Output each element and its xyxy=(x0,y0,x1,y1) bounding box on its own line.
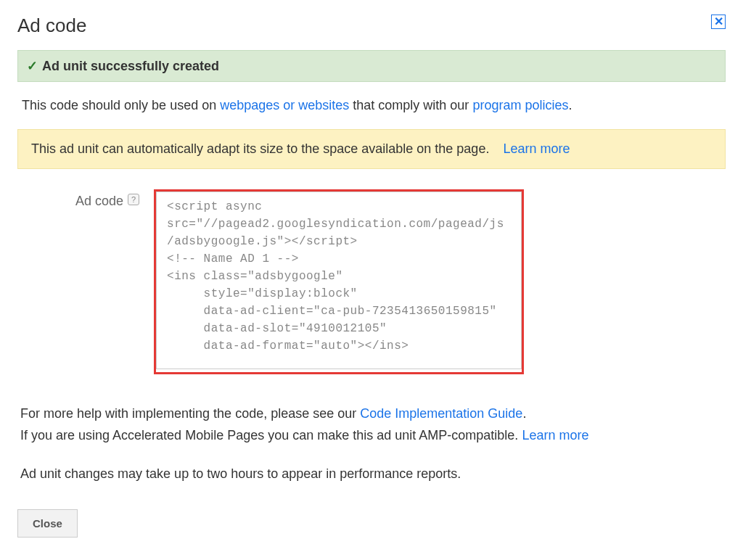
implementation-help: For more help with implementing the code… xyxy=(17,403,726,446)
dialog-title: Ad code xyxy=(17,15,86,37)
close-button[interactable]: Close xyxy=(17,509,78,538)
success-banner: ✓ Ad unit successfully created xyxy=(17,50,726,82)
ad-code-label: Ad code xyxy=(75,194,123,209)
intro-text: This code should only be used on webpage… xyxy=(17,98,726,113)
success-message: Ad unit successfully created xyxy=(42,59,219,74)
intro-suffix: . xyxy=(568,98,572,112)
ad-code-textarea[interactable] xyxy=(156,192,522,369)
adaptive-text: This ad unit can automatically adapt its… xyxy=(31,141,489,156)
changes-note: Ad unit changes may take up to two hours… xyxy=(17,466,726,482)
webpages-link[interactable]: webpages or websites xyxy=(220,98,349,112)
learn-more-adaptive-link[interactable]: Learn more xyxy=(503,141,570,156)
help-icon[interactable]: ? xyxy=(128,194,139,205)
close-icon[interactable]: ✕ xyxy=(711,15,726,29)
program-policies-link[interactable]: program policies xyxy=(472,98,568,112)
adaptive-banner: This ad unit can automatically adapt its… xyxy=(17,129,726,169)
code-implementation-guide-link[interactable]: Code Implementation Guide xyxy=(360,406,522,421)
learn-more-amp-link[interactable]: Learn more xyxy=(522,428,588,442)
help-line1-suffix: . xyxy=(522,406,526,421)
checkmark-icon: ✓ xyxy=(27,58,38,74)
help-line1-prefix: For more help with implementing the code… xyxy=(20,406,360,421)
intro-middle: that comply with our xyxy=(349,98,472,112)
code-box-highlight xyxy=(154,189,524,374)
intro-prefix: This code should only be used on xyxy=(22,98,220,112)
help-line2-prefix: If you are using Accelerated Mobile Page… xyxy=(20,428,522,442)
